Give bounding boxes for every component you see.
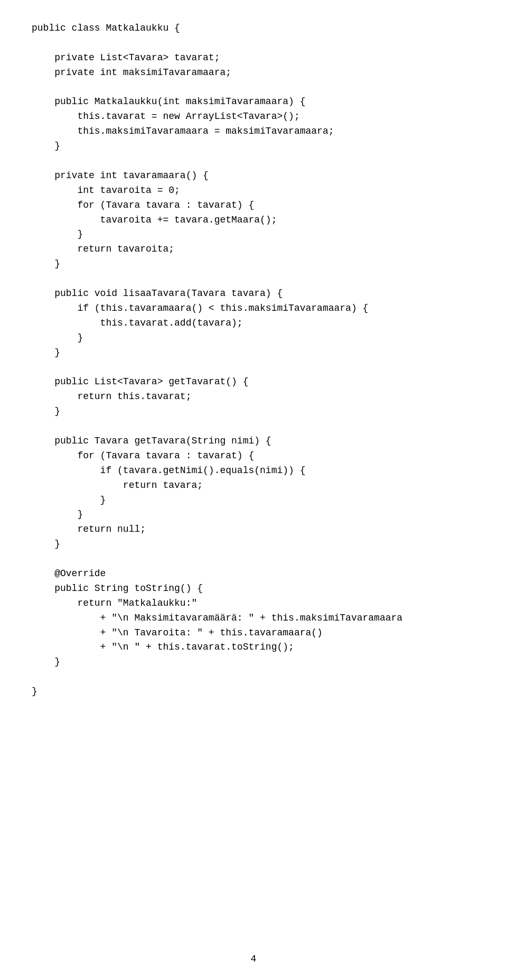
page-container: public class Matkalaukku { private List<… <box>0 0 507 980</box>
code-block: public class Matkalaukku { private List<… <box>32 21 475 699</box>
page-number: 4 <box>251 954 257 964</box>
